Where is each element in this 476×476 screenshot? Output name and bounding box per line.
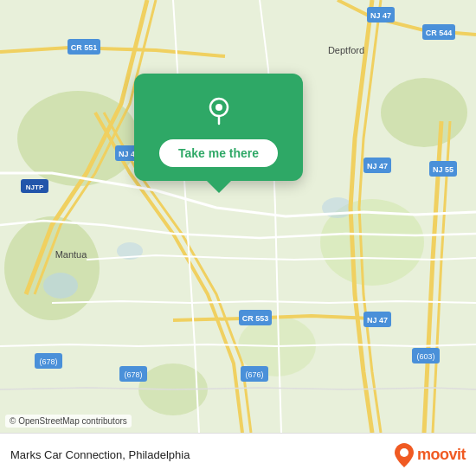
svg-text:(678): (678) [124, 370, 142, 379]
svg-text:Deptford: Deptford [328, 45, 364, 55]
svg-text:CR 551: CR 551 [71, 43, 98, 52]
svg-point-3 [381, 78, 467, 147]
svg-point-2 [4, 216, 100, 320]
moovit-logo: moovit [395, 443, 466, 467]
svg-point-42 [400, 448, 408, 457]
svg-point-41 [215, 104, 222, 111]
svg-text:(678): (678) [39, 357, 57, 366]
moovit-pin-icon [395, 443, 414, 467]
svg-text:NJTP: NJTP [26, 183, 44, 191]
svg-text:(676): (676) [245, 370, 263, 379]
map-attribution: © OpenStreetMap contributors [5, 415, 132, 428]
svg-text:NJ 47: NJ 47 [370, 11, 391, 20]
svg-text:NJ 47: NJ 47 [367, 162, 388, 170]
map-svg: NJ 47 CR 544 CR 551 Deptford NJTP NJ 45 … [0, 0, 476, 433]
location-label: Marks Car Connection, Philadelphia [10, 448, 190, 461]
take-me-there-button[interactable]: Take me there [159, 139, 278, 167]
svg-text:Mantua: Mantua [55, 249, 88, 260]
svg-text:NJ 55: NJ 55 [433, 165, 453, 174]
moovit-brand-label: moovit [417, 446, 466, 464]
svg-text:NJ 47: NJ 47 [367, 316, 388, 325]
svg-point-7 [43, 273, 78, 299]
location-pin-icon [199, 89, 239, 129]
svg-text:CR 553: CR 553 [242, 314, 269, 323]
svg-text:(603): (603) [416, 352, 434, 361]
popup-card: Take me there [134, 74, 303, 181]
svg-text:CR 544: CR 544 [426, 29, 453, 37]
map-container: NJ 47 CR 544 CR 551 Deptford NJTP NJ 45 … [0, 0, 476, 433]
bottom-bar: Marks Car Connection, Philadelphia moovi… [0, 433, 476, 476]
